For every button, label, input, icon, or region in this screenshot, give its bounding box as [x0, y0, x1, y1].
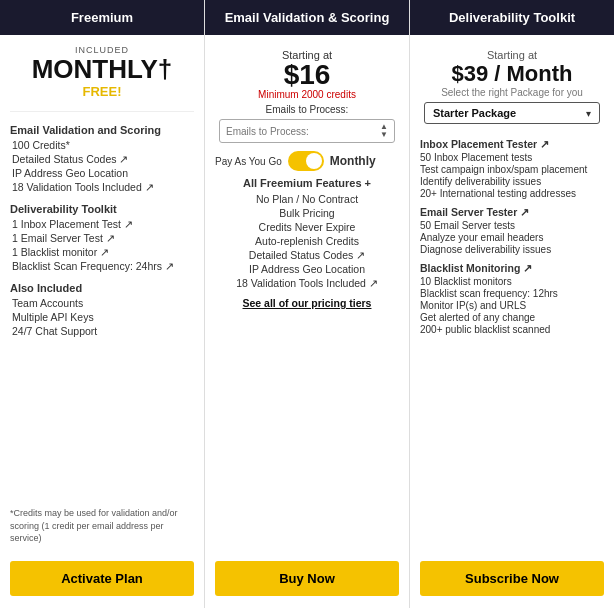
freemium-footer: Activate Plan	[0, 553, 204, 608]
dt-select-label: Select the right Package for you	[420, 87, 604, 98]
buy-now-button[interactable]: Buy Now	[215, 561, 399, 596]
ev-spinner[interactable]: ▲ ▼	[380, 123, 388, 139]
subscribe-now-button[interactable]: Subscribe Now	[420, 561, 604, 596]
freemium-feature-3-2: Multiple API Keys	[10, 311, 194, 323]
ev-price: $16	[215, 61, 399, 89]
ev-input-row: ▲ ▼	[219, 119, 395, 143]
dt-price: $39 / Month	[420, 61, 604, 87]
freemium-feature-1-2: Detailed Status Codes ↗	[10, 153, 194, 165]
ev-toggle-knob	[306, 153, 322, 169]
email-validation-plan: Email Validation & Scoring Starting at $…	[205, 0, 410, 608]
dt-feature-1-2: Test campaign inbox/spam placement	[420, 164, 604, 175]
ev-feature-6: IP Address Geo Location	[215, 263, 399, 275]
dt-section-2-title: Email Server Tester ↗	[420, 206, 604, 218]
freemium-title: Freemium	[71, 10, 133, 25]
dt-feature-3-5: 200+ public blacklist scanned	[420, 324, 604, 335]
freemium-feature-3-3: 24/7 Chat Support	[10, 325, 194, 337]
freemium-feature-2-3: 1 Blacklist monitor ↗	[10, 246, 194, 258]
freemium-free-label: FREE!	[10, 84, 194, 99]
dt-feature-3-1: 10 Blacklist monitors	[420, 276, 604, 287]
dt-section-1-title: Inbox Placement Tester ↗	[420, 138, 604, 150]
dt-package-select[interactable]: Starter Package ▾	[424, 102, 600, 124]
freemium-feature-2-2: 1 Email Server Test ↗	[10, 232, 194, 244]
deliverability-footer: Subscribe Now	[410, 553, 614, 608]
deliverability-plan: Deliverability Toolkit Starting at $39 /…	[410, 0, 614, 608]
freemium-section-3-title: Also Included	[10, 282, 194, 294]
dt-starting-at: Starting at	[420, 49, 604, 61]
freemium-monthly-label: MONTHLY†	[10, 55, 194, 84]
ev-emails-label: Emails to Process:	[215, 104, 399, 115]
freemium-body: INCLUDED MONTHLY† FREE! Email Validation…	[0, 35, 204, 553]
freemium-feature-1-3: IP Address Geo Location	[10, 167, 194, 179]
ev-toggle-row: Pay As You Go Monthly	[215, 151, 399, 171]
pricing-container: Freemium INCLUDED MONTHLY† FREE! Email V…	[0, 0, 614, 608]
ev-all-features-label: All Freemium Features +	[215, 177, 399, 189]
ev-feature-7: 18 Validation Tools Included ↗	[215, 277, 399, 289]
ev-feature-4: Auto-replenish Credits	[215, 235, 399, 247]
dt-feature-2-3: Diagnose deliverability issues	[420, 244, 604, 255]
freemium-header: Freemium	[0, 0, 204, 35]
email-validation-header: Email Validation & Scoring	[205, 0, 409, 35]
email-validation-footer: Buy Now	[205, 553, 409, 608]
freemium-feature-1-1: 100 Credits*	[10, 139, 194, 151]
dt-feature-3-2: Blacklist scan frequency: 12hrs	[420, 288, 604, 299]
freemium-footnote: *Credits may be used for validation and/…	[10, 501, 194, 545]
dt-feature-2-1: 50 Email Server tests	[420, 220, 604, 231]
freemium-feature-3-1: Team Accounts	[10, 297, 194, 309]
ev-monthly-label: Monthly	[330, 154, 376, 168]
freemium-feature-2-1: 1 Inbox Placement Test ↗	[10, 218, 194, 230]
dt-feature-3-3: Monitor IP(s) and URLS	[420, 300, 604, 311]
dt-section-3-title: Blacklist Monitoring ↗	[420, 262, 604, 274]
dt-feature-2-2: Analyze your email headers	[420, 232, 604, 243]
email-validation-title: Email Validation & Scoring	[225, 10, 390, 25]
dt-feature-1-1: 50 Inbox Placement tests	[420, 152, 604, 163]
ev-feature-5: Detailed Status Codes ↗	[215, 249, 399, 261]
ev-feature-2: Bulk Pricing	[215, 207, 399, 219]
freemium-section-1-title: Email Validation and Scoring	[10, 124, 194, 136]
dt-package-label: Starter Package	[433, 107, 516, 119]
freemium-plan: Freemium INCLUDED MONTHLY† FREE! Email V…	[0, 0, 205, 608]
freemium-feature-1-4: 18 Validation Tools Included ↗	[10, 181, 194, 193]
dt-feature-1-3: Identify deliverability issues	[420, 176, 604, 187]
freemium-price-section: INCLUDED MONTHLY† FREE!	[10, 45, 194, 99]
ev-pay-as-you-go-label: Pay As You Go	[215, 156, 282, 167]
freemium-section-2-title: Deliverability Toolkit	[10, 203, 194, 215]
chevron-down-icon: ▾	[586, 108, 591, 119]
ev-toggle-switch[interactable]	[288, 151, 324, 171]
email-validation-body: Starting at $16 Minimum 2000 credits Ema…	[205, 35, 409, 553]
freemium-feature-2-4: Blacklist Scan Frequency: 24hrs ↗	[10, 260, 194, 272]
ev-see-all-link[interactable]: See all of our pricing tiers	[215, 297, 399, 309]
ev-min-credits: Minimum 2000 credits	[215, 89, 399, 100]
dt-feature-1-4: 20+ International testing addresses	[420, 188, 604, 199]
ev-feature-1: No Plan / No Contract	[215, 193, 399, 205]
deliverability-header: Deliverability Toolkit	[410, 0, 614, 35]
emails-to-process-input[interactable]	[226, 126, 380, 137]
deliverability-title: Deliverability Toolkit	[449, 10, 575, 25]
ev-feature-3: Credits Never Expire	[215, 221, 399, 233]
dt-feature-3-4: Get alerted of any change	[420, 312, 604, 323]
deliverability-body: Starting at $39 / Month Select the right…	[410, 35, 614, 553]
activate-plan-button[interactable]: Activate Plan	[10, 561, 194, 596]
